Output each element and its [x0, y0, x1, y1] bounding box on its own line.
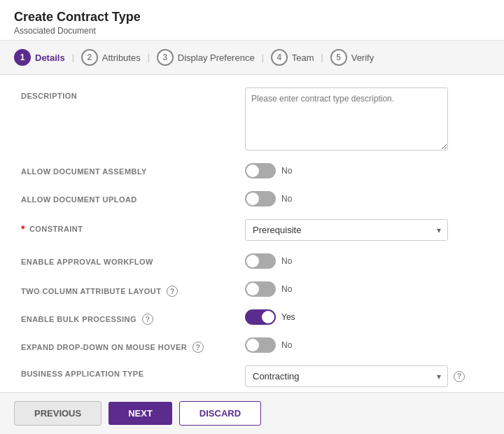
label-expand-dropdown-on-hover: EXPAND DROP-DOWN ON MOUSE HOVER ? [21, 337, 245, 353]
toggle-label-expand-dropdown-on-hover: No [281, 340, 292, 350]
control-enable-bulk-processing: Yes [245, 309, 483, 325]
previous-button[interactable]: PREVIOUS [14, 401, 102, 426]
page-title: Create Contract Type [14, 10, 490, 24]
step-verify[interactable]: 5 Verify [330, 49, 374, 66]
step-details[interactable]: 1 Details [14, 49, 65, 66]
toggle-label-enable-approval-workflow: No [281, 256, 292, 266]
description-input[interactable] [245, 88, 448, 150]
step-num-1: 1 [14, 49, 31, 66]
control-enable-approval-workflow: No [245, 253, 483, 269]
row-expand-dropdown-on-hover: EXPAND DROP-DOWN ON MOUSE HOVER ? No [21, 337, 483, 353]
constraint-dropdown-wrap: Prerequisite None Sequential ▾ [245, 219, 448, 241]
toggle-label-allow-document-upload: No [281, 194, 292, 204]
row-two-column-attribute-layout: TWO COLUMN ATTRIBUTE LAYOUT ? No [21, 281, 483, 297]
label-enable-bulk-processing: ENABLE BULK PROCESSING ? [21, 309, 245, 325]
step-label-5: Verify [351, 52, 374, 63]
label-business-application-type: BUSINESS APPLICATION TYPE [21, 365, 245, 378]
toggle-enable-approval-workflow[interactable] [245, 253, 276, 269]
label-enable-approval-workflow: ENABLE APPROVAL WORKFLOW [21, 253, 245, 266]
step-label-2: Attributes [102, 52, 141, 63]
step-num-2: 2 [81, 49, 98, 66]
step-team[interactable]: 4 Team [271, 49, 314, 66]
control-description [245, 88, 483, 150]
toggle-label-enable-bulk-processing: Yes [281, 312, 295, 322]
label-allow-document-upload: ALLOW DOCUMENT UPLOAD [21, 191, 245, 204]
toggle-allow-document-assembly[interactable] [245, 163, 276, 178]
toggle-enable-bulk-processing[interactable] [245, 309, 276, 325]
control-allow-document-upload: No [245, 191, 483, 206]
page-subtitle: Associated Document [14, 26, 490, 36]
control-constraint: Prerequisite None Sequential ▾ [245, 219, 483, 241]
toggle-label-two-column-attribute-layout: No [281, 284, 292, 294]
row-business-application-type: BUSINESS APPLICATION TYPE Contracting So… [21, 365, 483, 387]
page-header: Create Contract Type Associated Document [0, 0, 504, 41]
step-num-4: 4 [271, 49, 288, 66]
footer-bar: PREVIOUS NEXT DISCARD [0, 392, 504, 434]
help-icon-business-application-type[interactable]: ? [454, 371, 465, 382]
step-attributes[interactable]: 2 Attributes [81, 49, 141, 66]
control-allow-document-assembly: No [245, 163, 483, 178]
step-label-4: Team [292, 52, 314, 63]
step-label-3: Display Preference [178, 52, 255, 63]
step-num-5: 5 [330, 49, 347, 66]
row-constraint: * CONSTRAINT Prerequisite None Sequentia… [21, 219, 483, 241]
row-enable-approval-workflow: ENABLE APPROVAL WORKFLOW No [21, 253, 483, 269]
step-label-1: Details [35, 52, 65, 63]
label-two-column-attribute-layout: TWO COLUMN ATTRIBUTE LAYOUT ? [21, 281, 245, 297]
row-description: DESCRIPTION [21, 88, 483, 150]
constraint-select[interactable]: Prerequisite None Sequential [245, 219, 448, 241]
step-display-preference[interactable]: 3 Display Preference [157, 49, 255, 66]
next-button[interactable]: NEXT [108, 402, 172, 425]
label-description: DESCRIPTION [21, 88, 245, 100]
toggle-expand-dropdown-on-hover[interactable] [245, 337, 276, 353]
form-area: DESCRIPTION ALLOW DOCUMENT ASSEMBLY No A… [0, 75, 504, 434]
control-business-application-type: Contracting Sourcing Other ▾ ? [245, 365, 483, 387]
control-two-column-attribute-layout: No [245, 281, 483, 297]
help-icon-two-column[interactable]: ? [167, 286, 178, 297]
control-expand-dropdown-on-hover: No [245, 337, 483, 353]
step-num-3: 3 [157, 49, 174, 66]
business-application-type-dropdown-wrap: Contracting Sourcing Other ▾ [245, 365, 448, 387]
toggle-label-allow-document-assembly: No [281, 166, 292, 176]
help-icon-bulk-processing[interactable]: ? [142, 314, 153, 325]
label-constraint: * CONSTRAINT [21, 219, 245, 234]
toggle-allow-document-upload[interactable] [245, 191, 276, 206]
business-application-type-select[interactable]: Contracting Sourcing Other [245, 365, 448, 387]
steps-bar: 1 Details | 2 Attributes | 3 Display Pre… [0, 41, 504, 75]
discard-button[interactable]: DISCARD [179, 401, 261, 426]
row-allow-document-assembly: ALLOW DOCUMENT ASSEMBLY No [21, 163, 483, 178]
toggle-two-column-attribute-layout[interactable] [245, 281, 276, 297]
label-allow-document-assembly: ALLOW DOCUMENT ASSEMBLY [21, 163, 245, 176]
help-icon-expand-dropdown[interactable]: ? [192, 342, 204, 353]
row-allow-document-upload: ALLOW DOCUMENT UPLOAD No [21, 191, 483, 206]
row-enable-bulk-processing: ENABLE BULK PROCESSING ? Yes [21, 309, 483, 325]
